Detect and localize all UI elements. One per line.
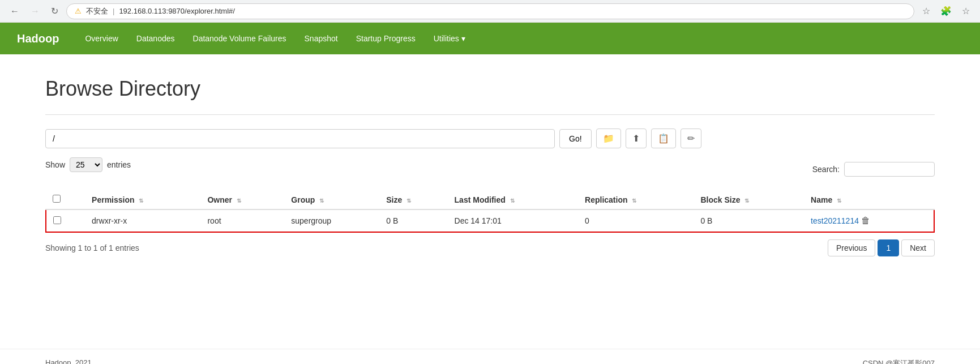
table-header: Permission ⇅ Owner ⇅ Group ⇅ Size ⇅ Last…	[46, 190, 934, 209]
col-header-block-size[interactable]: Block Size ⇅	[694, 190, 804, 209]
showing-text: Showing 1 to 1 of 1 entries	[45, 243, 139, 252]
row-checkbox[interactable]	[53, 216, 61, 224]
separator: |	[113, 7, 114, 15]
navbar: Hadoop Overview Datanodes Datanode Volum…	[0, 23, 980, 54]
table-body: drwxr-xr-x root supergroup 0 B Dec 14 17…	[46, 209, 934, 232]
row-last-modified: Dec 14 17:01	[448, 209, 579, 232]
col-header-owner[interactable]: Owner ⇅	[200, 190, 284, 209]
address-bar: ⚠ 不安全 | 192.168.0.113:9870/explorer.html…	[66, 3, 914, 19]
row-block-size: 0 B	[694, 209, 804, 232]
profile-button[interactable]: ☆	[958, 3, 973, 19]
col-header-replication[interactable]: Replication ⇅	[578, 190, 694, 209]
col-header-checkbox	[46, 190, 85, 209]
path-input[interactable]	[45, 129, 555, 148]
pagination: Previous 1 Next	[828, 239, 935, 256]
row-name-link[interactable]: test20211214	[811, 216, 859, 225]
search-row: Search:	[812, 162, 935, 177]
reload-button[interactable]: ↻	[48, 3, 62, 19]
list-icon: 📋	[658, 134, 669, 143]
previous-button[interactable]: Previous	[828, 239, 875, 256]
row-owner: root	[200, 209, 284, 232]
bookmark-star-button[interactable]: ☆	[919, 3, 934, 19]
security-warning-text: 不安全	[86, 6, 108, 16]
nav-snapshot[interactable]: Snapshot	[296, 24, 347, 53]
col-header-group[interactable]: Group ⇅	[284, 190, 379, 209]
entries-label: entries	[107, 160, 131, 169]
sort-icon-block-size: ⇅	[744, 198, 749, 204]
col-header-size[interactable]: Size ⇅	[379, 190, 447, 209]
entries-select[interactable]: 10 25 50 100	[70, 157, 102, 172]
row-size: 0 B	[379, 209, 447, 232]
upload-button[interactable]: ⬆	[626, 129, 647, 148]
page-footer: Hadoop, 2021. CSDN @寒江孤影007	[0, 349, 980, 364]
page-title: Browse Directory	[45, 77, 935, 101]
nav-overview[interactable]: Overview	[76, 24, 127, 53]
edit-icon: ✏	[687, 134, 695, 143]
show-entries-row: Show 10 25 50 100 entries	[45, 157, 131, 172]
directory-table: Permission ⇅ Owner ⇅ Group ⇅ Size ⇅ Last…	[45, 190, 935, 233]
entries-search-wrapper: Show 10 25 50 100 entries Search:	[45, 157, 935, 181]
browser-chrome: ← → ↻ ⚠ 不安全 | 192.168.0.113:9870/explore…	[0, 0, 980, 23]
main-content: Browse Directory Go! 📁 ⬆ 📋 ✏ Show 10 25 …	[0, 54, 980, 337]
sort-icon-permission: ⇅	[139, 198, 143, 204]
row-group: supergroup	[284, 209, 379, 232]
col-header-permission[interactable]: Permission ⇅	[85, 190, 200, 209]
edit-button[interactable]: ✏	[681, 129, 701, 148]
forward-button[interactable]: →	[27, 4, 43, 19]
sort-icon-owner: ⇅	[237, 198, 241, 204]
upload-icon: ⬆	[632, 134, 640, 143]
sort-icon-replication: ⇅	[632, 198, 636, 204]
next-button[interactable]: Next	[901, 239, 935, 256]
nav-utilities-dropdown[interactable]: Utilities ▾	[425, 24, 474, 53]
navbar-brand: Hadoop	[11, 32, 65, 45]
col-header-last-modified[interactable]: Last Modified ⇅	[448, 190, 579, 209]
select-all-checkbox[interactable]	[53, 195, 61, 203]
row-name-cell: test20211214 🗑	[804, 209, 934, 232]
divider	[45, 114, 935, 115]
search-input[interactable]	[844, 162, 935, 177]
nav-datanode-volume-failures[interactable]: Datanode Volume Failures	[184, 24, 296, 53]
nav-startup-progress[interactable]: Startup Progress	[347, 24, 425, 53]
sort-icon-name: ⇅	[837, 198, 841, 204]
col-header-name[interactable]: Name ⇅	[804, 190, 934, 209]
folder-button[interactable]: 📁	[596, 129, 621, 148]
security-warning-icon: ⚠	[75, 7, 82, 15]
delete-button[interactable]: 🗑	[861, 216, 870, 226]
footer-copyright: Hadoop, 2021.	[45, 358, 93, 364]
url-text: 192.168.0.113:9870/explorer.html#/	[119, 7, 235, 15]
footer-attribution: CSDN @寒江孤影007	[863, 358, 935, 364]
go-button[interactable]: Go!	[559, 129, 592, 148]
back-button[interactable]: ←	[7, 4, 23, 19]
search-label: Search:	[812, 165, 840, 174]
list-button[interactable]: 📋	[651, 129, 676, 148]
table-footer: Showing 1 to 1 of 1 entries Previous 1 N…	[45, 239, 935, 256]
table-row: drwxr-xr-x root supergroup 0 B Dec 14 17…	[46, 209, 934, 232]
nav-datanodes[interactable]: Datanodes	[127, 24, 184, 53]
path-row: Go! 📁 ⬆ 📋 ✏	[45, 129, 935, 148]
show-label: Show	[45, 160, 65, 169]
sort-icon-last-modified: ⇅	[510, 198, 515, 204]
row-checkbox-cell	[46, 209, 85, 232]
page-1-button[interactable]: 1	[878, 239, 899, 256]
sort-icon-size: ⇅	[406, 198, 411, 204]
browser-actions: ☆ 🧩 ☆	[919, 3, 973, 19]
table-header-row: Permission ⇅ Owner ⇅ Group ⇅ Size ⇅ Last…	[46, 190, 934, 209]
folder-icon: 📁	[603, 134, 614, 143]
sort-icon-group: ⇅	[319, 198, 324, 204]
row-replication: 0	[578, 209, 694, 232]
row-permission: drwxr-xr-x	[85, 209, 200, 232]
extension-button[interactable]: 🧩	[937, 3, 955, 19]
